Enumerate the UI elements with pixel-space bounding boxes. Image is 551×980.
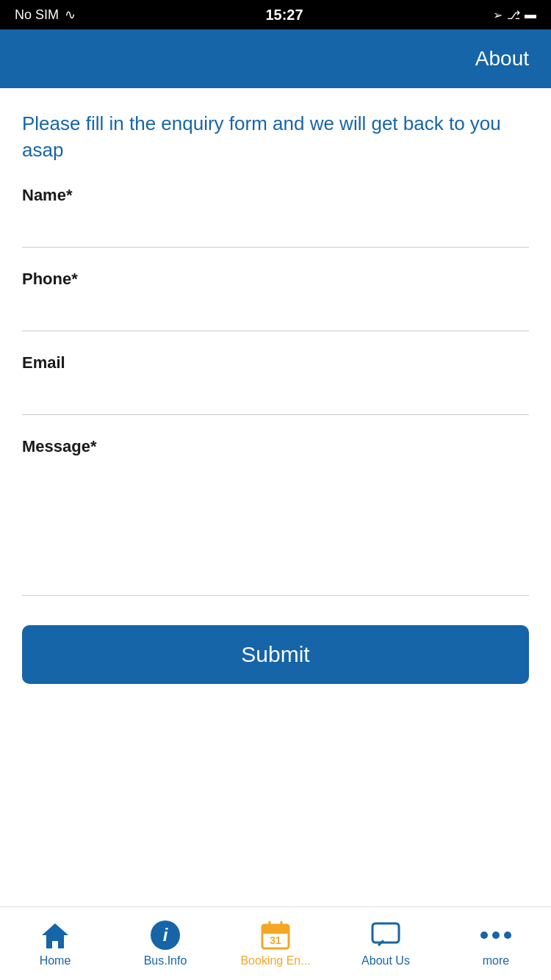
status-time: 15:27: [265, 7, 303, 24]
nav-item-booking[interactable]: 31 Booking En...: [220, 920, 331, 968]
aboutus-icon: [371, 920, 400, 950]
name-label: Name*: [22, 186, 529, 205]
svg-marker-0: [42, 923, 68, 948]
nav-label-more: more: [483, 954, 509, 968]
nav-item-businfo[interactable]: i Bus.Info: [110, 920, 220, 968]
name-field-group: Name*: [22, 186, 529, 248]
phone-label: Phone*: [22, 270, 529, 289]
status-icons: ➢ ⎇ ▬: [493, 8, 536, 22]
dot-3: [504, 932, 511, 939]
booking-icon: 31: [261, 920, 290, 950]
main-content: Please fill in the enquiry form and we w…: [0, 88, 551, 596]
businfo-icon: i: [151, 920, 180, 950]
header-title: About: [475, 47, 529, 71]
svg-text:31: 31: [270, 934, 281, 946]
bottom-navigation: Home i Bus.Info 31 Booking En...: [0, 907, 551, 980]
nav-item-more[interactable]: more: [441, 920, 551, 968]
dot-2: [492, 932, 500, 939]
nav-label-booking: Booking En...: [240, 954, 310, 968]
location-icon: ➢: [493, 8, 503, 22]
app-header: About: [0, 29, 551, 88]
status-carrier: No SIM ∿: [15, 7, 76, 23]
email-input[interactable]: [22, 380, 529, 415]
message-label: Message*: [22, 437, 529, 456]
email-label: Email: [22, 353, 529, 372]
battery-icon: ▬: [525, 8, 536, 21]
phone-input[interactable]: [22, 296, 529, 331]
name-input[interactable]: [22, 212, 529, 248]
nav-item-aboutus[interactable]: About Us: [331, 920, 441, 968]
submit-button[interactable]: Submit: [22, 625, 529, 684]
carrier-text: No SIM: [15, 7, 59, 23]
bluetooth-icon: ⎇: [507, 8, 520, 22]
dot-1: [480, 932, 488, 939]
status-bar: No SIM ∿ 15:27 ➢ ⎇ ▬: [0, 0, 551, 29]
nav-item-home[interactable]: Home: [0, 920, 110, 968]
nav-label-home: Home: [40, 954, 71, 968]
message-textarea[interactable]: [22, 464, 529, 596]
intro-text: Please fill in the enquiry form and we w…: [22, 110, 529, 164]
wifi-icon: ∿: [65, 7, 76, 23]
svg-rect-6: [372, 923, 399, 943]
svg-rect-2: [262, 925, 289, 934]
more-icon: [481, 920, 511, 950]
home-icon: [40, 920, 70, 950]
nav-label-businfo: Bus.Info: [144, 954, 187, 968]
email-field-group: Email: [22, 353, 529, 415]
phone-field-group: Phone*: [22, 270, 529, 331]
submit-container: Submit: [0, 625, 551, 699]
message-field-group: Message*: [22, 437, 529, 596]
nav-label-aboutus: About Us: [361, 954, 410, 968]
